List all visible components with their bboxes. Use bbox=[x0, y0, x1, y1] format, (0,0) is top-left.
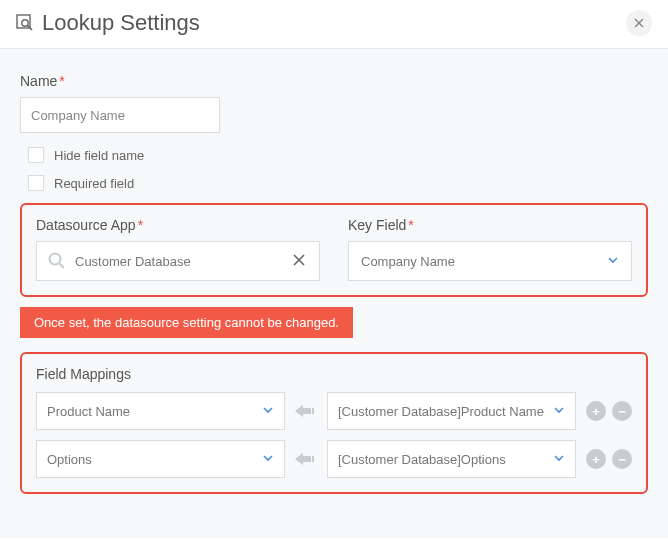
key-field-value: Company Name bbox=[361, 254, 455, 269]
arrow-left-icon bbox=[295, 402, 317, 420]
mapping-row: Product Name [Customer Database]Product … bbox=[36, 392, 632, 430]
field-mappings-section: Field Mappings Product Name [Customer Da… bbox=[20, 352, 648, 494]
required-field-label: Required field bbox=[54, 176, 134, 191]
key-field-label: Key Field* bbox=[348, 217, 632, 233]
required-asterisk: * bbox=[408, 217, 413, 233]
clear-icon[interactable] bbox=[289, 252, 309, 270]
hide-field-checkbox[interactable] bbox=[28, 147, 44, 163]
required-asterisk: * bbox=[138, 217, 143, 233]
datasource-app-label: Datasource App* bbox=[36, 217, 320, 233]
datasource-app-field[interactable] bbox=[75, 254, 289, 269]
svg-point-5 bbox=[50, 254, 61, 265]
key-field-label-text: Key Field bbox=[348, 217, 406, 233]
mapping-source-value: [Customer Database]Product Name bbox=[338, 404, 544, 419]
chevron-down-icon bbox=[262, 404, 274, 419]
dialog-body: Name* Hide field name Required field Dat… bbox=[0, 49, 668, 538]
mapping-target-value: Product Name bbox=[47, 404, 130, 419]
lookup-icon bbox=[16, 14, 34, 32]
mapping-source-select[interactable]: [Customer Database]Product Name bbox=[327, 392, 576, 430]
field-mappings-title: Field Mappings bbox=[36, 366, 632, 382]
mapping-source-value: [Customer Database]Options bbox=[338, 452, 506, 467]
required-asterisk: * bbox=[59, 73, 64, 89]
remove-mapping-button[interactable]: − bbox=[612, 449, 632, 469]
chevron-down-icon bbox=[553, 452, 565, 467]
dialog-title: Lookup Settings bbox=[42, 10, 626, 36]
svg-line-6 bbox=[59, 263, 64, 268]
mapping-target-select[interactable]: Options bbox=[36, 440, 285, 478]
mapping-target-value: Options bbox=[47, 452, 92, 467]
add-mapping-button[interactable]: + bbox=[586, 401, 606, 421]
name-label: Name* bbox=[20, 73, 648, 89]
key-field-select[interactable]: Company Name bbox=[348, 241, 632, 281]
chevron-down-icon bbox=[607, 254, 619, 269]
svg-marker-11 bbox=[295, 453, 311, 465]
datasource-app-input[interactable] bbox=[36, 241, 320, 281]
search-icon bbox=[47, 251, 67, 271]
add-mapping-button[interactable]: + bbox=[586, 449, 606, 469]
name-input[interactable] bbox=[20, 97, 220, 133]
hide-field-row: Hide field name bbox=[20, 147, 648, 163]
datasource-warning: Once set, the datasource setting cannot … bbox=[20, 307, 353, 338]
arrow-left-icon bbox=[295, 450, 317, 468]
datasource-section: Datasource App* bbox=[20, 203, 648, 297]
required-field-checkbox[interactable] bbox=[28, 175, 44, 191]
datasource-app-label-text: Datasource App bbox=[36, 217, 136, 233]
chevron-down-icon bbox=[553, 404, 565, 419]
hide-field-label: Hide field name bbox=[54, 148, 144, 163]
mapping-source-select[interactable]: [Customer Database]Options bbox=[327, 440, 576, 478]
dialog-header: Lookup Settings bbox=[0, 0, 668, 49]
svg-point-1 bbox=[22, 20, 28, 26]
name-label-text: Name bbox=[20, 73, 57, 89]
required-field-row: Required field bbox=[20, 175, 648, 191]
remove-mapping-button[interactable]: − bbox=[612, 401, 632, 421]
close-button[interactable] bbox=[626, 10, 652, 36]
chevron-down-icon bbox=[262, 452, 274, 467]
svg-rect-10 bbox=[312, 408, 314, 414]
mapping-row: Options [Customer Database]Options + bbox=[36, 440, 632, 478]
mapping-target-select[interactable]: Product Name bbox=[36, 392, 285, 430]
svg-marker-9 bbox=[295, 405, 311, 417]
svg-rect-12 bbox=[312, 456, 314, 462]
